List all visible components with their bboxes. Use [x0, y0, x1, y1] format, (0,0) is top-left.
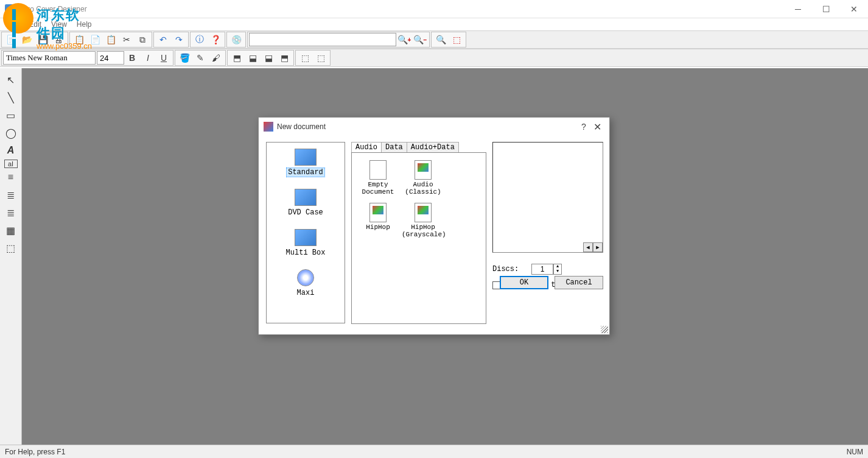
titlebar: Nero Cover Designer ─ ☐ ✕	[0, 0, 868, 18]
dialog-help-icon[interactable]: ?	[578, 122, 590, 132]
doc-hiphop-grayscale[interactable]: HipHop (Grayscale)	[402, 200, 444, 241]
duplicate-icon[interactable]: ⧉	[135, 32, 150, 47]
open-icon[interactable]: 📂	[19, 32, 34, 47]
ok-button[interactable]: OK	[500, 276, 548, 289]
paste2-icon[interactable]: 📋	[103, 32, 118, 47]
rectangle-tool-icon[interactable]: ▭	[2, 107, 19, 124]
preview-pager: ◄ ►	[583, 242, 603, 252]
italic-icon[interactable]: I	[141, 51, 155, 65]
tab-data[interactable]: Data	[381, 142, 407, 152]
maximize-button[interactable]: ☐	[812, 0, 840, 18]
dialog-icon	[264, 122, 273, 132]
app-icon	[5, 4, 15, 14]
dialog-titlebar: New document ? ✕	[259, 118, 609, 136]
template-list[interactable]: Standard DVD Case Multi Box Maxi	[266, 142, 345, 323]
window-controls: ─ ☐ ✕	[784, 0, 868, 18]
document-type-tabs: Audio Data Audio+Data Empty Document Aud…	[351, 142, 486, 323]
group-icon[interactable]: ⬚	[298, 51, 312, 65]
info-icon[interactable]: ⓘ	[192, 32, 207, 47]
font-family-select[interactable]	[3, 51, 96, 65]
brush-icon[interactable]: 🖌	[209, 51, 223, 65]
resize-grip-icon[interactable]	[601, 326, 608, 333]
textbox-tool-icon[interactable]: aI	[4, 160, 18, 168]
print-icon[interactable]: 🖨	[51, 32, 66, 47]
doc-empty[interactable]: Empty Document	[357, 158, 399, 198]
statusbar: For Help, press F1 NUM	[0, 445, 868, 458]
field-tool-icon[interactable]: ⬚	[2, 239, 19, 256]
cover-type-dropdown[interactable]	[249, 33, 396, 46]
zoom-in-icon[interactable]: 🔍+	[397, 32, 411, 47]
preview-prev-icon[interactable]: ◄	[583, 242, 593, 252]
font-size-select[interactable]	[97, 51, 124, 65]
disc-icon[interactable]: 💿	[229, 32, 243, 47]
pen-icon[interactable]: ✎	[193, 51, 208, 65]
menu-file[interactable]: File	[2, 19, 24, 30]
doc-hiphop[interactable]: HipHop	[357, 200, 399, 241]
pointer-tool-icon[interactable]: ↖	[2, 71, 19, 88]
new-document-dialog: New document ? ✕ Standard DVD Case Multi…	[258, 117, 610, 335]
dialog-close-icon[interactable]: ✕	[590, 121, 604, 133]
zoom-region-icon[interactable]: ⬚	[449, 32, 464, 47]
save-icon[interactable]: 💾	[35, 32, 50, 47]
zoom-out-icon[interactable]: 🔍−	[413, 32, 427, 47]
preview-next-icon[interactable]: ►	[593, 242, 603, 252]
tracklist3-tool-icon[interactable]: ≣	[2, 204, 19, 221]
template-maxi[interactable]: Maxi	[269, 266, 342, 306]
menu-help[interactable]: Help	[72, 19, 97, 30]
dialog-title-text: New document	[277, 122, 578, 131]
template-dvd-case[interactable]: DVD Case	[269, 185, 342, 225]
bring-front-icon[interactable]: ⬒	[229, 51, 244, 65]
cut-icon[interactable]: ✂	[119, 32, 134, 47]
bring-forward-icon[interactable]: ⬓	[245, 51, 260, 65]
discs-spinner[interactable]: ▲▼	[553, 264, 562, 275]
document-list: Empty Document Audio (Classic) HipHop Hi…	[351, 152, 486, 324]
text-tool-icon[interactable]: A	[2, 142, 19, 159]
discs-label: Discs:	[492, 265, 531, 273]
copy-icon[interactable]: 📋	[72, 32, 86, 47]
doc-audio-classic[interactable]: Audio (Classic)	[402, 158, 444, 198]
app-title: Nero Cover Designer	[18, 5, 87, 13]
preview-area: ◄ ► Discs: ▲▼ Create new template OK Can…	[492, 142, 603, 289]
menu-edit[interactable]: Edit	[24, 19, 46, 30]
toolbar-main: 📄 📂 💾 🖨 📋 📄 📋 ✂ ⧉ ↶ ↷ ⓘ ❓ 💿 🔍+ 🔍− 🔍 ⬚	[0, 30, 868, 49]
status-num: NUM	[847, 448, 863, 456]
discs-input[interactable]	[531, 264, 553, 275]
cancel-button[interactable]: Cancel	[555, 276, 603, 289]
tool-palette: ↖ ╲ ▭ ◯ A aI ≡ ≣ ≣ ▦ ⬚	[0, 68, 22, 445]
redo-icon[interactable]: ↷	[172, 32, 186, 47]
tracklist2-tool-icon[interactable]: ≣	[2, 186, 19, 203]
tab-audio-data[interactable]: Audio+Data	[407, 142, 459, 152]
new-icon[interactable]: 📄	[4, 32, 18, 47]
tracklist-tool-icon[interactable]: ≡	[2, 169, 19, 186]
fill-icon[interactable]: 🪣	[177, 51, 192, 65]
minimize-button[interactable]: ─	[784, 0, 812, 18]
image-tool-icon[interactable]: ▦	[2, 222, 19, 239]
menubar: File Edit View Help	[0, 18, 868, 30]
underline-icon[interactable]: U	[156, 51, 171, 65]
paste-icon[interactable]: 📄	[88, 32, 102, 47]
ungroup-icon[interactable]: ⬚	[313, 51, 328, 65]
help-icon[interactable]: ❓	[208, 32, 223, 47]
template-standard[interactable]: Standard	[269, 145, 342, 185]
undo-icon[interactable]: ↶	[156, 32, 170, 47]
line-tool-icon[interactable]: ╲	[2, 89, 19, 106]
preview-box: ◄ ►	[492, 142, 603, 253]
status-help-text: For Help, press F1	[5, 448, 65, 456]
ellipse-tool-icon[interactable]: ◯	[2, 124, 19, 141]
zoom-fit-icon[interactable]: 🔍	[433, 32, 448, 47]
send-back-icon[interactable]: ⬒	[277, 51, 292, 65]
send-backward-icon[interactable]: ⬓	[261, 51, 276, 65]
template-multi-box[interactable]: Multi Box	[269, 225, 342, 266]
toolbar-format: B I U 🪣 ✎ 🖌 ⬒ ⬓ ⬓ ⬒ ⬚ ⬚	[0, 49, 868, 67]
close-button[interactable]: ✕	[840, 0, 868, 18]
bold-icon[interactable]: B	[125, 51, 139, 65]
menu-view[interactable]: View	[46, 19, 72, 30]
tab-audio[interactable]: Audio	[351, 142, 382, 152]
